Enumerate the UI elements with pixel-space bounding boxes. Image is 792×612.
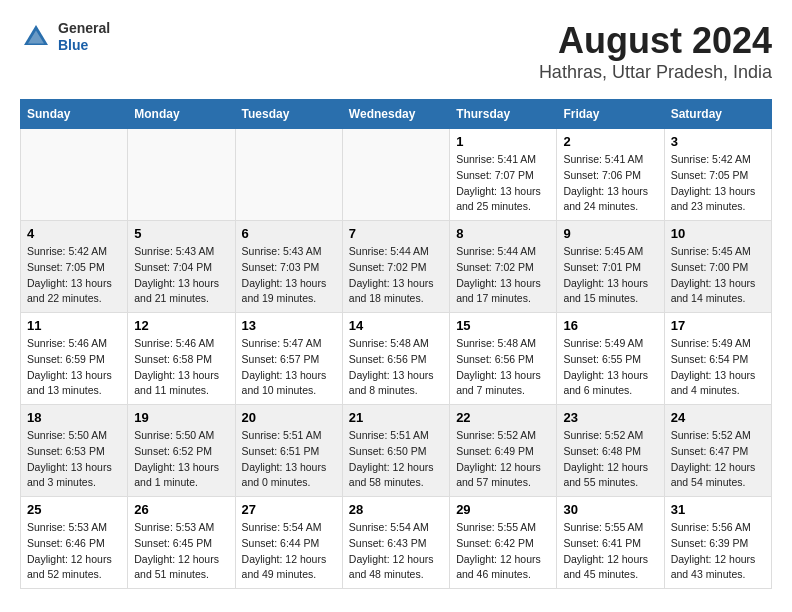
day-number: 11 bbox=[27, 318, 121, 333]
calendar-cell: 17Sunrise: 5:49 AM Sunset: 6:54 PM Dayli… bbox=[664, 313, 771, 405]
weekday-header-wednesday: Wednesday bbox=[342, 100, 449, 129]
weekday-header-tuesday: Tuesday bbox=[235, 100, 342, 129]
day-number: 15 bbox=[456, 318, 550, 333]
calendar-cell: 3Sunrise: 5:42 AM Sunset: 7:05 PM Daylig… bbox=[664, 129, 771, 221]
day-info: Sunrise: 5:54 AM Sunset: 6:43 PM Dayligh… bbox=[349, 520, 443, 583]
day-number: 10 bbox=[671, 226, 765, 241]
page-subtitle: Hathras, Uttar Pradesh, India bbox=[539, 62, 772, 83]
calendar-cell: 20Sunrise: 5:51 AM Sunset: 6:51 PM Dayli… bbox=[235, 405, 342, 497]
logo-icon bbox=[20, 21, 52, 53]
weekday-header-thursday: Thursday bbox=[450, 100, 557, 129]
day-info: Sunrise: 5:55 AM Sunset: 6:42 PM Dayligh… bbox=[456, 520, 550, 583]
day-info: Sunrise: 5:45 AM Sunset: 7:01 PM Dayligh… bbox=[563, 244, 657, 307]
calendar-cell: 6Sunrise: 5:43 AM Sunset: 7:03 PM Daylig… bbox=[235, 221, 342, 313]
calendar-cell: 29Sunrise: 5:55 AM Sunset: 6:42 PM Dayli… bbox=[450, 497, 557, 589]
calendar-cell: 23Sunrise: 5:52 AM Sunset: 6:48 PM Dayli… bbox=[557, 405, 664, 497]
day-number: 29 bbox=[456, 502, 550, 517]
calendar-cell bbox=[235, 129, 342, 221]
calendar-cell: 5Sunrise: 5:43 AM Sunset: 7:04 PM Daylig… bbox=[128, 221, 235, 313]
day-number: 9 bbox=[563, 226, 657, 241]
day-info: Sunrise: 5:41 AM Sunset: 7:07 PM Dayligh… bbox=[456, 152, 550, 215]
day-info: Sunrise: 5:52 AM Sunset: 6:47 PM Dayligh… bbox=[671, 428, 765, 491]
calendar-cell: 16Sunrise: 5:49 AM Sunset: 6:55 PM Dayli… bbox=[557, 313, 664, 405]
calendar-cell: 4Sunrise: 5:42 AM Sunset: 7:05 PM Daylig… bbox=[21, 221, 128, 313]
calendar-cell: 31Sunrise: 5:56 AM Sunset: 6:39 PM Dayli… bbox=[664, 497, 771, 589]
weekday-header-sunday: Sunday bbox=[21, 100, 128, 129]
day-number: 8 bbox=[456, 226, 550, 241]
logo-general-text: General bbox=[58, 20, 110, 37]
day-number: 1 bbox=[456, 134, 550, 149]
weekday-header-saturday: Saturday bbox=[664, 100, 771, 129]
day-number: 4 bbox=[27, 226, 121, 241]
logo-text: General Blue bbox=[58, 20, 110, 54]
calendar-cell: 22Sunrise: 5:52 AM Sunset: 6:49 PM Dayli… bbox=[450, 405, 557, 497]
day-info: Sunrise: 5:53 AM Sunset: 6:45 PM Dayligh… bbox=[134, 520, 228, 583]
calendar-body: 1Sunrise: 5:41 AM Sunset: 7:07 PM Daylig… bbox=[21, 129, 772, 589]
calendar-cell bbox=[342, 129, 449, 221]
day-info: Sunrise: 5:43 AM Sunset: 7:04 PM Dayligh… bbox=[134, 244, 228, 307]
logo-blue-text: Blue bbox=[58, 37, 110, 54]
day-number: 30 bbox=[563, 502, 657, 517]
day-info: Sunrise: 5:42 AM Sunset: 7:05 PM Dayligh… bbox=[27, 244, 121, 307]
day-number: 26 bbox=[134, 502, 228, 517]
page-title: August 2024 bbox=[539, 20, 772, 62]
day-info: Sunrise: 5:43 AM Sunset: 7:03 PM Dayligh… bbox=[242, 244, 336, 307]
calendar-cell: 7Sunrise: 5:44 AM Sunset: 7:02 PM Daylig… bbox=[342, 221, 449, 313]
calendar-cell: 13Sunrise: 5:47 AM Sunset: 6:57 PM Dayli… bbox=[235, 313, 342, 405]
day-info: Sunrise: 5:46 AM Sunset: 6:59 PM Dayligh… bbox=[27, 336, 121, 399]
calendar-week-row: 4Sunrise: 5:42 AM Sunset: 7:05 PM Daylig… bbox=[21, 221, 772, 313]
day-number: 12 bbox=[134, 318, 228, 333]
calendar-cell: 11Sunrise: 5:46 AM Sunset: 6:59 PM Dayli… bbox=[21, 313, 128, 405]
day-info: Sunrise: 5:42 AM Sunset: 7:05 PM Dayligh… bbox=[671, 152, 765, 215]
day-number: 17 bbox=[671, 318, 765, 333]
calendar-header: SundayMondayTuesdayWednesdayThursdayFrid… bbox=[21, 100, 772, 129]
day-number: 14 bbox=[349, 318, 443, 333]
calendar-week-row: 18Sunrise: 5:50 AM Sunset: 6:53 PM Dayli… bbox=[21, 405, 772, 497]
calendar-cell: 28Sunrise: 5:54 AM Sunset: 6:43 PM Dayli… bbox=[342, 497, 449, 589]
calendar-week-row: 1Sunrise: 5:41 AM Sunset: 7:07 PM Daylig… bbox=[21, 129, 772, 221]
calendar-cell: 2Sunrise: 5:41 AM Sunset: 7:06 PM Daylig… bbox=[557, 129, 664, 221]
day-number: 13 bbox=[242, 318, 336, 333]
day-number: 18 bbox=[27, 410, 121, 425]
day-number: 22 bbox=[456, 410, 550, 425]
day-info: Sunrise: 5:53 AM Sunset: 6:46 PM Dayligh… bbox=[27, 520, 121, 583]
day-number: 5 bbox=[134, 226, 228, 241]
calendar-cell: 30Sunrise: 5:55 AM Sunset: 6:41 PM Dayli… bbox=[557, 497, 664, 589]
day-info: Sunrise: 5:56 AM Sunset: 6:39 PM Dayligh… bbox=[671, 520, 765, 583]
day-number: 27 bbox=[242, 502, 336, 517]
calendar-cell: 10Sunrise: 5:45 AM Sunset: 7:00 PM Dayli… bbox=[664, 221, 771, 313]
calendar-week-row: 11Sunrise: 5:46 AM Sunset: 6:59 PM Dayli… bbox=[21, 313, 772, 405]
calendar-cell: 15Sunrise: 5:48 AM Sunset: 6:56 PM Dayli… bbox=[450, 313, 557, 405]
day-info: Sunrise: 5:46 AM Sunset: 6:58 PM Dayligh… bbox=[134, 336, 228, 399]
day-number: 23 bbox=[563, 410, 657, 425]
day-number: 19 bbox=[134, 410, 228, 425]
weekday-header-monday: Monday bbox=[128, 100, 235, 129]
calendar-cell: 18Sunrise: 5:50 AM Sunset: 6:53 PM Dayli… bbox=[21, 405, 128, 497]
day-info: Sunrise: 5:45 AM Sunset: 7:00 PM Dayligh… bbox=[671, 244, 765, 307]
day-number: 7 bbox=[349, 226, 443, 241]
calendar-cell bbox=[21, 129, 128, 221]
day-info: Sunrise: 5:49 AM Sunset: 6:55 PM Dayligh… bbox=[563, 336, 657, 399]
day-number: 31 bbox=[671, 502, 765, 517]
weekday-header-row: SundayMondayTuesdayWednesdayThursdayFrid… bbox=[21, 100, 772, 129]
day-info: Sunrise: 5:41 AM Sunset: 7:06 PM Dayligh… bbox=[563, 152, 657, 215]
calendar-week-row: 25Sunrise: 5:53 AM Sunset: 6:46 PM Dayli… bbox=[21, 497, 772, 589]
day-info: Sunrise: 5:48 AM Sunset: 6:56 PM Dayligh… bbox=[456, 336, 550, 399]
day-info: Sunrise: 5:54 AM Sunset: 6:44 PM Dayligh… bbox=[242, 520, 336, 583]
day-number: 28 bbox=[349, 502, 443, 517]
calendar-cell: 12Sunrise: 5:46 AM Sunset: 6:58 PM Dayli… bbox=[128, 313, 235, 405]
day-info: Sunrise: 5:47 AM Sunset: 6:57 PM Dayligh… bbox=[242, 336, 336, 399]
day-number: 3 bbox=[671, 134, 765, 149]
day-info: Sunrise: 5:52 AM Sunset: 6:49 PM Dayligh… bbox=[456, 428, 550, 491]
day-number: 24 bbox=[671, 410, 765, 425]
calendar-cell bbox=[128, 129, 235, 221]
day-number: 2 bbox=[563, 134, 657, 149]
day-number: 16 bbox=[563, 318, 657, 333]
logo: General Blue bbox=[20, 20, 110, 54]
calendar-cell: 25Sunrise: 5:53 AM Sunset: 6:46 PM Dayli… bbox=[21, 497, 128, 589]
day-info: Sunrise: 5:51 AM Sunset: 6:51 PM Dayligh… bbox=[242, 428, 336, 491]
day-info: Sunrise: 5:52 AM Sunset: 6:48 PM Dayligh… bbox=[563, 428, 657, 491]
title-block: August 2024 Hathras, Uttar Pradesh, Indi… bbox=[539, 20, 772, 83]
day-info: Sunrise: 5:44 AM Sunset: 7:02 PM Dayligh… bbox=[349, 244, 443, 307]
day-number: 25 bbox=[27, 502, 121, 517]
